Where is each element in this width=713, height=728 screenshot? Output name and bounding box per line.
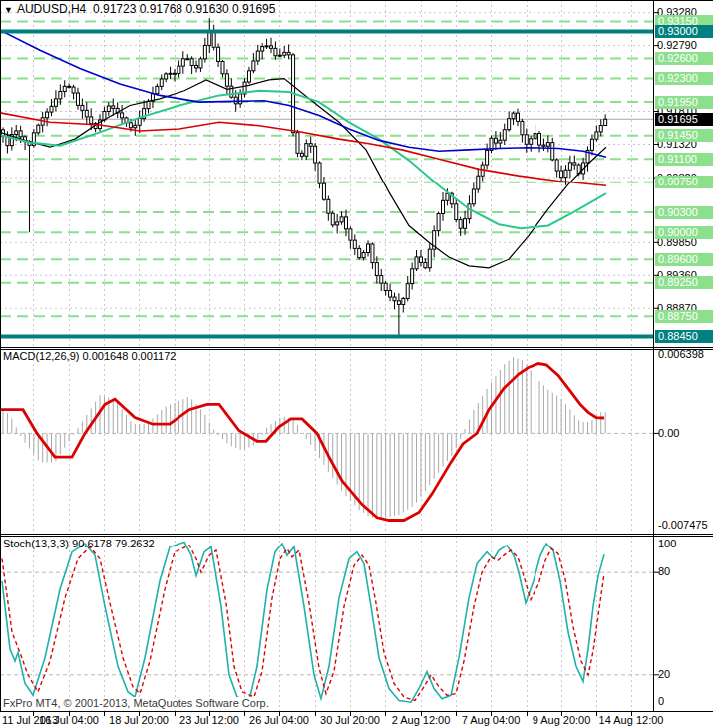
candle-body — [380, 276, 383, 284]
candle-body — [358, 248, 361, 257]
time-axis-label: 26 Jul 04:00 — [249, 714, 309, 726]
main-chart-pane — [0, 0, 654, 347]
mt4-chart-window: ▼AUDUSD,H4 0.91723 0.91768 0.91630 0.916… — [0, 0, 713, 728]
time-axis-label: 9 Aug 20:00 — [533, 714, 591, 726]
candle-body — [107, 106, 110, 112]
price-axis-label: 0.90300 — [655, 206, 713, 219]
time-axis-label: 23 Jul 12:00 — [179, 714, 239, 726]
candle-body — [63, 86, 66, 91]
candle-body — [397, 301, 400, 305]
chart-canvas[interactable] — [0, 0, 713, 728]
candle-body — [121, 113, 124, 118]
candle-body — [37, 125, 40, 133]
candle-body — [344, 217, 347, 229]
candle-body — [147, 101, 150, 108]
macd-axis-max: 0.006398 — [658, 348, 704, 360]
candle-body — [486, 150, 489, 165]
candle-body — [300, 153, 303, 156]
price-axis-label: 0.91450 — [655, 129, 713, 142]
candle-body — [59, 91, 62, 98]
price-axis-label: 0.92300 — [655, 72, 713, 85]
candle-body — [46, 112, 49, 118]
candle-body — [534, 134, 536, 139]
candle-body — [76, 93, 79, 105]
candle-body — [234, 97, 237, 104]
candle-body — [160, 79, 163, 86]
candle-body — [472, 189, 475, 204]
candle-body — [546, 143, 549, 147]
candle-body — [375, 263, 378, 276]
candle-body — [389, 291, 392, 298]
macd-axis-zero: 0.00 — [658, 427, 679, 439]
time-axis-label: 18 Jul 20:00 — [109, 714, 169, 726]
candle-body — [538, 134, 541, 146]
candle-body — [203, 45, 206, 58]
candle-body — [156, 86, 159, 93]
candle-body — [349, 229, 352, 240]
candle-body — [305, 144, 308, 157]
stoch-indicator-label: Stoch(13,3,3) 90.6178 79.2632 — [3, 538, 155, 550]
price-axis-label: 0.92600 — [655, 52, 713, 65]
candle-body — [353, 240, 356, 248]
time-axis-label: 30 Jul 20:00 — [320, 714, 380, 726]
candle-body — [442, 200, 445, 213]
chart-title: ▼AUDUSD,H4 0.91723 0.91768 0.91630 0.916… — [4, 3, 275, 17]
candle-body — [468, 204, 471, 219]
candle-body — [252, 61, 255, 71]
price-axis-label: 0.89600 — [655, 253, 713, 266]
macd-indicator-label: MACD(12,26,9) 0.001648 0.001172 — [3, 350, 176, 363]
candle-body — [499, 140, 502, 143]
time-axis-label: 2 Aug 12:00 — [392, 714, 451, 726]
candle-body — [221, 61, 224, 73]
candle-body — [464, 219, 467, 229]
candle-body — [270, 46, 273, 48]
candle-body — [322, 183, 325, 199]
candle-body — [72, 87, 75, 93]
candle-body — [314, 146, 317, 163]
candle-body — [199, 59, 202, 68]
candle-body — [81, 105, 84, 110]
candle-body — [278, 55, 281, 56]
candle-body — [217, 47, 220, 61]
candle-body — [419, 257, 422, 262]
stoch-axis-0: 0 — [658, 695, 664, 707]
stoch-axis-20: 20 — [658, 668, 670, 680]
candle-body — [555, 160, 558, 171]
candle-body — [336, 222, 339, 225]
candle-body — [477, 176, 480, 189]
candle-body — [274, 48, 277, 55]
candle-body — [455, 204, 458, 220]
candle-body — [265, 46, 268, 47]
candle-body — [261, 47, 264, 52]
price-axis-label: 0.91100 — [655, 153, 713, 166]
candle-body — [542, 145, 545, 146]
candle-body — [406, 284, 409, 299]
candle-body — [411, 269, 414, 284]
candle-body — [521, 121, 524, 134]
quote-ohlc-label: 0.91723 0.91768 0.91630 0.91695 — [93, 2, 276, 16]
price-axis-label: 0.90000 — [655, 226, 713, 239]
candle-body — [393, 297, 396, 301]
candle-body — [138, 118, 141, 125]
candle-body — [415, 257, 418, 269]
candle-body — [573, 163, 576, 165]
candle-body — [590, 139, 593, 150]
price-axis-label: 0.88750 — [655, 310, 713, 323]
candle-body — [287, 52, 290, 54]
symbol-dropdown-icon[interactable]: ▼ — [4, 5, 13, 15]
price-axis-label: 0.91950 — [655, 96, 713, 109]
candle-body — [85, 110, 88, 117]
ma-fast-black — [0, 79, 606, 268]
candle-body — [129, 123, 132, 128]
stochastic-pane — [0, 536, 654, 711]
candle-body — [424, 262, 427, 267]
candle-body — [331, 213, 334, 225]
stoch-d-line — [2, 546, 604, 701]
candle-body — [604, 119, 607, 125]
price-axis-label: 0.93000 — [655, 25, 713, 38]
candle-body — [283, 52, 286, 55]
candle-body — [212, 32, 215, 47]
candle-body — [428, 249, 431, 268]
price-axis-label: 0.90750 — [655, 176, 713, 188]
candle-body — [512, 113, 515, 119]
